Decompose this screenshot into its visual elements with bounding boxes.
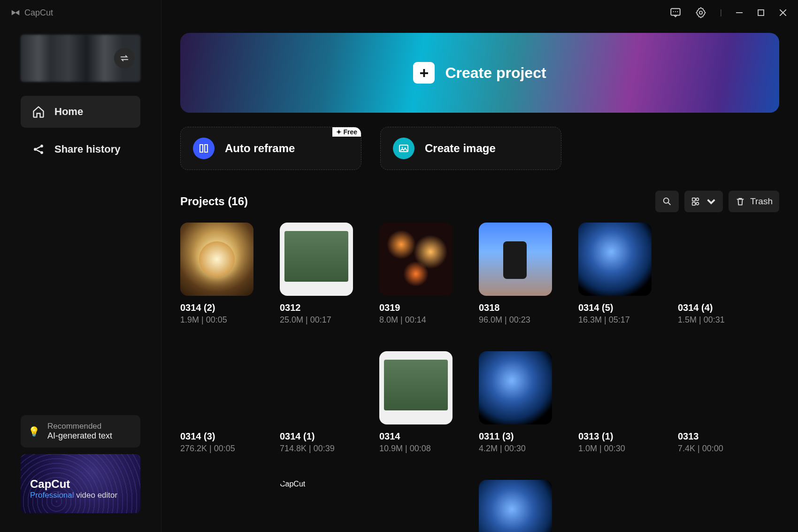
project-meta: 7.4K | 00:00 xyxy=(678,444,751,454)
project-thumbnail xyxy=(180,223,253,296)
project-card[interactable]: 031896.0M | 00:23 xyxy=(479,223,552,325)
project-title: 0314 (3) xyxy=(180,431,253,442)
create-project-button[interactable]: + Create project xyxy=(180,33,779,113)
promo-title: CapCut xyxy=(30,478,131,491)
sidebar: Home Share history 💡 Recommended AI-gene… xyxy=(0,0,161,532)
minimize-icon[interactable] xyxy=(735,8,744,17)
project-card[interactable]: 031410.9M | 00:08 xyxy=(379,351,453,454)
projects-header: Projects (16) Trash xyxy=(180,191,779,212)
project-meta: 8.0M | 00:14 xyxy=(379,315,453,325)
svg-line-12 xyxy=(36,146,40,149)
project-thumbnail xyxy=(578,351,652,424)
project-meta: 10.9M | 00:08 xyxy=(379,444,453,454)
project-meta: 4.2M | 00:30 xyxy=(479,444,552,454)
project-title: 0311 (3) xyxy=(479,431,552,442)
project-thumbnail xyxy=(379,480,453,532)
project-card[interactable]: 0311 (3)4.2M | 00:30 xyxy=(479,351,552,454)
project-card[interactable]: 031225.0M | 00:17 xyxy=(280,223,353,325)
svg-line-19 xyxy=(668,203,671,205)
sidebar-item-share-history[interactable]: Share history xyxy=(21,133,140,165)
share-icon xyxy=(32,143,45,156)
project-title: 0313 (1) xyxy=(578,431,652,442)
project-title: 0312 xyxy=(280,302,353,313)
project-meta: 16.3M | 05:17 xyxy=(578,315,652,325)
svg-line-13 xyxy=(36,150,40,152)
project-meta: 25.0M | 00:17 xyxy=(280,315,353,325)
create-project-label: Create project xyxy=(445,64,546,82)
project-card[interactable]: 0314 (1)714.8K | 00:39 xyxy=(280,351,353,454)
promo-card[interactable]: CapCut Professional video editor xyxy=(21,454,140,513)
projects-heading: Projects (16) xyxy=(180,195,248,208)
project-title: 0319 xyxy=(379,302,453,313)
window-controls: | xyxy=(669,7,788,19)
action-card-label: Create image xyxy=(425,142,496,155)
project-title: 0314 (4) xyxy=(678,302,751,313)
svg-point-3 xyxy=(677,11,678,12)
divider: | xyxy=(720,8,722,17)
capcut-logo-icon xyxy=(10,8,21,18)
view-mode-button[interactable] xyxy=(684,191,723,212)
recommended-sub: AI-generated text xyxy=(47,431,112,441)
free-badge: ✦ Free xyxy=(332,127,361,137)
reframe-icon xyxy=(193,138,215,159)
project-title: 0314 (5) xyxy=(578,302,652,313)
project-card[interactable] xyxy=(180,480,253,532)
main-content: + Create project ✦ Free Auto reframe Cre… xyxy=(161,0,798,532)
project-card[interactable]: 0314 (4)1.5M | 00:31 xyxy=(678,223,751,325)
project-thumbnail xyxy=(180,351,253,424)
promo-subtitle: Professional video editor xyxy=(30,491,131,500)
maximize-icon[interactable] xyxy=(757,8,765,17)
svg-point-22 xyxy=(696,198,699,201)
recommended-heading: Recommended xyxy=(47,422,112,431)
search-icon xyxy=(662,196,672,207)
project-card[interactable]: CapCut xyxy=(280,480,353,532)
svg-point-17 xyxy=(402,147,403,148)
project-title: 0314 (1) xyxy=(280,431,353,442)
search-button[interactable] xyxy=(655,191,679,212)
create-image-card[interactable]: Create image xyxy=(380,127,561,170)
profile-area[interactable] xyxy=(21,35,140,82)
project-meta: 1.0M | 00:30 xyxy=(578,444,652,454)
svg-rect-15 xyxy=(205,145,207,152)
project-thumbnail xyxy=(678,223,751,296)
swap-icon xyxy=(119,53,130,63)
project-title: 0318 xyxy=(479,302,552,313)
app-logo: CapCut xyxy=(10,8,53,18)
trash-button[interactable]: Trash xyxy=(729,191,779,212)
project-thumbnail xyxy=(280,351,353,424)
project-thumbnail xyxy=(479,480,552,532)
project-thumbnail xyxy=(578,223,652,296)
grid-icon xyxy=(691,196,701,207)
svg-point-4 xyxy=(699,11,703,15)
project-card[interactable]: 03198.0M | 00:14 xyxy=(379,223,453,325)
project-card[interactable]: 0314 (2)1.9M | 00:05 xyxy=(180,223,253,325)
swap-account-button[interactable] xyxy=(114,48,135,69)
feedback-icon[interactable] xyxy=(669,7,682,19)
sidebar-item-label: Share history xyxy=(54,143,121,155)
auto-reframe-card[interactable]: ✦ Free Auto reframe xyxy=(180,127,361,170)
svg-point-18 xyxy=(664,198,669,203)
project-thumbnail xyxy=(379,223,453,296)
trash-icon xyxy=(735,196,745,207)
svg-point-2 xyxy=(675,11,676,12)
image-icon xyxy=(393,138,414,159)
project-meta: 96.0M | 00:23 xyxy=(479,315,552,325)
project-card[interactable]: 0314 (5)16.3M | 05:17 xyxy=(578,223,652,325)
project-card[interactable]: 03137.4K | 00:00 xyxy=(678,351,751,454)
project-card[interactable]: 0313 (1)1.0M | 00:30 xyxy=(578,351,652,454)
titlebar: CapCut | xyxy=(0,0,798,25)
svg-rect-20 xyxy=(692,198,695,201)
close-icon[interactable] xyxy=(778,8,788,17)
sidebar-item-home[interactable]: Home xyxy=(21,96,140,128)
gear-icon[interactable] xyxy=(695,7,707,19)
projects-grid: 0314 (2)1.9M | 00:05031225.0M | 00:17031… xyxy=(180,223,779,532)
project-card[interactable] xyxy=(379,480,453,532)
recommended-card[interactable]: 💡 Recommended AI-generated text xyxy=(21,415,140,447)
project-thumbnail xyxy=(479,351,552,424)
project-meta: 1.5M | 00:31 xyxy=(678,315,751,325)
project-thumbnail xyxy=(280,223,353,296)
svg-point-23 xyxy=(696,202,699,205)
project-card[interactable]: 0314 (3)276.2K | 00:05 xyxy=(180,351,253,454)
sidebar-nav: Home Share history xyxy=(0,96,161,171)
project-card[interactable] xyxy=(479,480,552,532)
